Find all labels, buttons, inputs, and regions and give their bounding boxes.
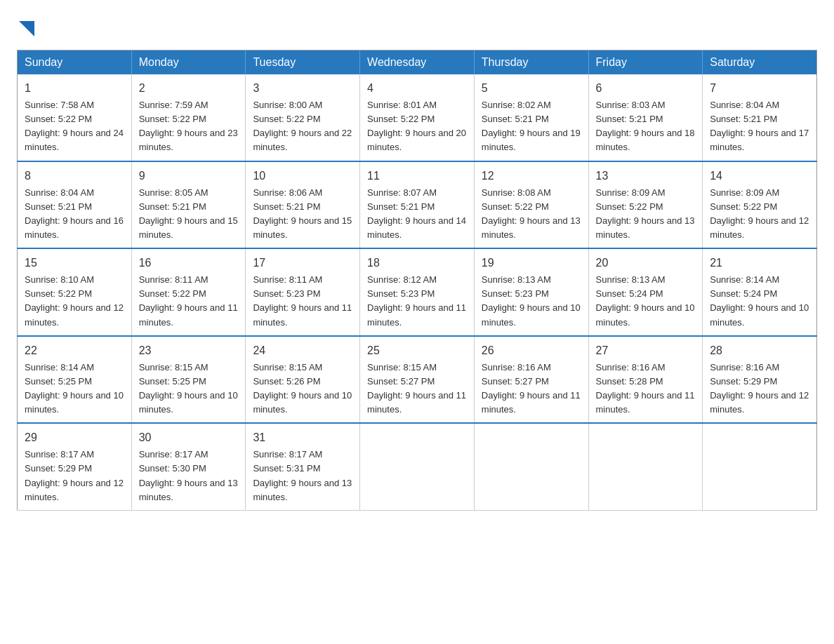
day-number: 4 <box>367 80 467 97</box>
calendar-week-row: 15Sunrise: 8:10 AMSunset: 5:22 PMDayligh… <box>18 248 817 336</box>
day-info: Sunrise: 8:09 AMSunset: 5:22 PMDaylight:… <box>710 187 809 240</box>
weekday-header-row: SundayMondayTuesdayWednesdayThursdayFrid… <box>18 51 817 75</box>
calendar-week-row: 1Sunrise: 7:58 AMSunset: 5:22 PMDaylight… <box>18 74 817 161</box>
day-info: Sunrise: 8:06 AMSunset: 5:21 PMDaylight:… <box>253 187 352 240</box>
day-number: 5 <box>482 80 581 97</box>
calendar-cell: 31Sunrise: 8:17 AMSunset: 5:31 PMDayligh… <box>246 423 360 510</box>
calendar-cell: 3Sunrise: 8:00 AMSunset: 5:22 PMDaylight… <box>246 74 360 161</box>
weekday-header-saturday: Saturday <box>703 51 817 75</box>
calendar-cell: 4Sunrise: 8:01 AMSunset: 5:22 PMDaylight… <box>360 74 475 161</box>
day-info: Sunrise: 8:13 AMSunset: 5:23 PMDaylight:… <box>482 274 581 327</box>
day-number: 17 <box>253 255 352 271</box>
calendar-cell: 10Sunrise: 8:06 AMSunset: 5:21 PMDayligh… <box>246 161 360 249</box>
calendar-cell: 28Sunrise: 8:16 AMSunset: 5:29 PMDayligh… <box>703 336 817 424</box>
calendar-cell: 5Sunrise: 8:02 AMSunset: 5:21 PMDaylight… <box>474 74 588 161</box>
day-number: 11 <box>367 168 467 185</box>
day-number: 3 <box>253 80 352 97</box>
day-number: 1 <box>25 80 124 97</box>
day-number: 30 <box>139 429 239 446</box>
calendar-cell: 8Sunrise: 8:04 AMSunset: 5:21 PMDaylight… <box>18 161 132 249</box>
day-number: 28 <box>710 342 809 359</box>
day-info: Sunrise: 8:13 AMSunset: 5:24 PMDaylight:… <box>596 274 695 327</box>
weekday-header-friday: Friday <box>588 51 703 75</box>
day-info: Sunrise: 8:16 AMSunset: 5:28 PMDaylight:… <box>596 362 695 415</box>
day-number: 8 <box>25 168 124 185</box>
day-info: Sunrise: 8:02 AMSunset: 5:21 PMDaylight:… <box>482 100 581 152</box>
day-info: Sunrise: 7:59 AMSunset: 5:22 PMDaylight:… <box>139 100 238 152</box>
day-info: Sunrise: 8:16 AMSunset: 5:29 PMDaylight:… <box>710 362 809 415</box>
weekday-header-sunday: Sunday <box>18 51 132 75</box>
calendar-cell: 22Sunrise: 8:14 AMSunset: 5:25 PMDayligh… <box>18 336 132 424</box>
day-number: 31 <box>253 429 352 446</box>
logo-triangle-icon <box>19 21 34 36</box>
day-number: 23 <box>139 342 239 359</box>
day-number: 10 <box>253 168 352 185</box>
day-number: 21 <box>710 255 809 271</box>
day-number: 12 <box>482 168 581 185</box>
calendar-cell: 17Sunrise: 8:11 AMSunset: 5:23 PMDayligh… <box>246 248 360 336</box>
calendar-cell: 11Sunrise: 8:07 AMSunset: 5:21 PMDayligh… <box>360 161 475 249</box>
day-number: 15 <box>25 255 124 271</box>
day-info: Sunrise: 8:04 AMSunset: 5:21 PMDaylight:… <box>25 187 124 240</box>
calendar-cell: 30Sunrise: 8:17 AMSunset: 5:30 PMDayligh… <box>131 423 246 510</box>
day-number: 25 <box>367 342 467 359</box>
day-info: Sunrise: 8:11 AMSunset: 5:22 PMDaylight:… <box>139 274 238 327</box>
day-info: Sunrise: 8:12 AMSunset: 5:23 PMDaylight:… <box>367 274 466 327</box>
logo <box>17 17 34 39</box>
calendar-cell: 12Sunrise: 8:08 AMSunset: 5:22 PMDayligh… <box>474 161 588 249</box>
calendar-cell: 15Sunrise: 8:10 AMSunset: 5:22 PMDayligh… <box>18 248 132 336</box>
day-number: 24 <box>253 342 352 359</box>
day-info: Sunrise: 7:58 AMSunset: 5:22 PMDaylight:… <box>25 100 124 152</box>
day-info: Sunrise: 8:17 AMSunset: 5:30 PMDaylight:… <box>139 449 238 502</box>
calendar-cell: 7Sunrise: 8:04 AMSunset: 5:21 PMDaylight… <box>703 74 817 161</box>
calendar-cell: 6Sunrise: 8:03 AMSunset: 5:21 PMDaylight… <box>588 74 703 161</box>
calendar-table: SundayMondayTuesdayWednesdayThursdayFrid… <box>17 50 817 511</box>
calendar-cell: 1Sunrise: 7:58 AMSunset: 5:22 PMDaylight… <box>18 74 132 161</box>
day-info: Sunrise: 8:10 AMSunset: 5:22 PMDaylight:… <box>25 274 124 327</box>
calendar-cell: 29Sunrise: 8:17 AMSunset: 5:29 PMDayligh… <box>18 423 132 510</box>
svg-marker-0 <box>19 21 34 36</box>
calendar-cell: 24Sunrise: 8:15 AMSunset: 5:26 PMDayligh… <box>246 336 360 424</box>
calendar-week-row: 8Sunrise: 8:04 AMSunset: 5:21 PMDaylight… <box>18 161 817 249</box>
weekday-header-tuesday: Tuesday <box>246 51 360 75</box>
day-info: Sunrise: 8:09 AMSunset: 5:22 PMDaylight:… <box>596 187 695 240</box>
day-info: Sunrise: 8:01 AMSunset: 5:22 PMDaylight:… <box>367 100 466 152</box>
calendar-week-row: 29Sunrise: 8:17 AMSunset: 5:29 PMDayligh… <box>18 423 817 510</box>
calendar-cell: 13Sunrise: 8:09 AMSunset: 5:22 PMDayligh… <box>588 161 703 249</box>
day-info: Sunrise: 8:17 AMSunset: 5:29 PMDaylight:… <box>25 449 124 502</box>
calendar-cell: 19Sunrise: 8:13 AMSunset: 5:23 PMDayligh… <box>474 248 588 336</box>
day-number: 26 <box>482 342 581 359</box>
day-info: Sunrise: 8:05 AMSunset: 5:21 PMDaylight:… <box>139 187 238 240</box>
day-number: 13 <box>596 168 696 185</box>
day-info: Sunrise: 8:15 AMSunset: 5:25 PMDaylight:… <box>139 362 238 415</box>
day-info: Sunrise: 8:07 AMSunset: 5:21 PMDaylight:… <box>367 187 466 240</box>
day-info: Sunrise: 8:11 AMSunset: 5:23 PMDaylight:… <box>253 274 352 327</box>
day-info: Sunrise: 8:16 AMSunset: 5:27 PMDaylight:… <box>482 362 581 415</box>
weekday-header-thursday: Thursday <box>474 51 588 75</box>
calendar-week-row: 22Sunrise: 8:14 AMSunset: 5:25 PMDayligh… <box>18 336 817 424</box>
calendar-cell: 14Sunrise: 8:09 AMSunset: 5:22 PMDayligh… <box>703 161 817 249</box>
calendar-cell <box>474 423 588 510</box>
day-number: 18 <box>367 255 467 271</box>
calendar-header: SundayMondayTuesdayWednesdayThursdayFrid… <box>18 51 817 75</box>
day-number: 6 <box>596 80 696 97</box>
day-number: 14 <box>710 168 809 185</box>
calendar-body: 1Sunrise: 7:58 AMSunset: 5:22 PMDaylight… <box>18 74 817 510</box>
calendar-cell: 27Sunrise: 8:16 AMSunset: 5:28 PMDayligh… <box>588 336 703 424</box>
day-info: Sunrise: 8:14 AMSunset: 5:25 PMDaylight:… <box>25 362 124 415</box>
calendar-cell: 21Sunrise: 8:14 AMSunset: 5:24 PMDayligh… <box>703 248 817 336</box>
day-number: 22 <box>25 342 124 359</box>
day-number: 9 <box>139 168 239 185</box>
calendar-cell: 16Sunrise: 8:11 AMSunset: 5:22 PMDayligh… <box>131 248 246 336</box>
day-info: Sunrise: 8:04 AMSunset: 5:21 PMDaylight:… <box>710 100 809 152</box>
calendar-cell <box>360 423 475 510</box>
calendar-cell: 9Sunrise: 8:05 AMSunset: 5:21 PMDaylight… <box>131 161 246 249</box>
calendar-cell: 25Sunrise: 8:15 AMSunset: 5:27 PMDayligh… <box>360 336 475 424</box>
day-number: 20 <box>596 255 696 271</box>
day-info: Sunrise: 8:08 AMSunset: 5:22 PMDaylight:… <box>482 187 581 240</box>
day-number: 29 <box>25 429 124 446</box>
calendar-cell: 2Sunrise: 7:59 AMSunset: 5:22 PMDaylight… <box>131 74 246 161</box>
page-header <box>17 17 817 39</box>
day-info: Sunrise: 8:15 AMSunset: 5:27 PMDaylight:… <box>367 362 466 415</box>
day-number: 27 <box>596 342 696 359</box>
